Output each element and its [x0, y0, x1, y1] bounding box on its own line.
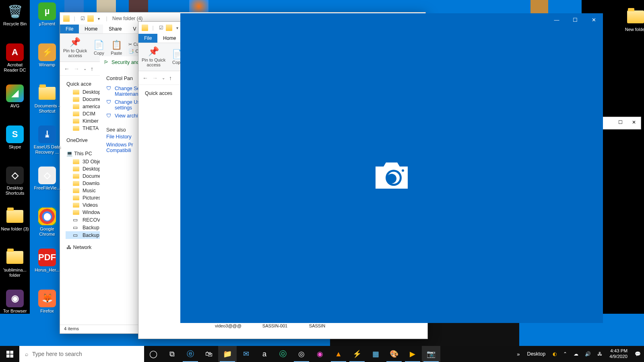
app-icon: ⤓: [38, 125, 56, 143]
nav-back-icon[interactable]: ←: [142, 75, 148, 81]
nav-fwd-icon[interactable]: →: [152, 75, 158, 81]
svg-rect-5: [10, 351, 13, 354]
edge-icon[interactable]: ⓔ: [181, 346, 200, 362]
pin-button[interactable]: 📌Pin to Quick access: [63, 37, 87, 58]
paint-icon[interactable]: 🎨: [385, 346, 403, 362]
tray-overflow-icon[interactable]: »: [514, 346, 523, 362]
network-icon[interactable]: 🖧: [594, 346, 605, 362]
folder-icon: [63, 15, 70, 22]
paste-button[interactable]: 📋Paste: [111, 40, 122, 56]
nav-recent-icon[interactable]: ⌄: [83, 66, 87, 71]
svg-rect-4: [6, 351, 10, 354]
onedrive-icon[interactable]: ☁: [570, 346, 582, 362]
tree-label: Desktop: [83, 166, 101, 172]
desktop-icon-label: Firefox: [33, 309, 61, 314]
tab-share[interactable]: Share: [103, 25, 127, 33]
volume-icon[interactable]: 🔊: [582, 346, 594, 362]
app-icon: [627, 8, 644, 26]
mail-icon[interactable]: ✉: [237, 346, 255, 362]
desktop-icon[interactable]: ◎Google Chrome: [33, 208, 61, 237]
desktop-icon[interactable]: PDFHorus_Her...: [33, 249, 61, 273]
search-icon: ⌕: [25, 351, 28, 357]
action-center-icon[interactable]: 💬: [632, 346, 644, 362]
desktop-toolbar[interactable]: Desktop: [523, 351, 549, 357]
desktop-icon[interactable]: 'sublimina... folder: [1, 249, 29, 278]
desktop-icon[interactable]: AAcrobat Reader DC: [1, 43, 29, 73]
amazon-icon[interactable]: a: [255, 346, 274, 362]
camera-titlebar[interactable]: — ☐ ✕: [180, 13, 603, 26]
chrome-icon[interactable]: ◎: [292, 346, 311, 362]
taskbar: ⌕ Type here to search ◯ ⧉ ⓔ 🛍 📁 ✉ a ⓞ ◎ …: [0, 346, 644, 362]
desktop-icon[interactable]: µµTorrent: [33, 2, 61, 27]
svg-point-3: [402, 169, 404, 172]
thumb[interactable]: [129, 0, 148, 13]
app2-icon[interactable]: ▦: [366, 346, 385, 362]
tab-home[interactable]: Home: [79, 25, 103, 33]
desktop-icon-label: AVG: [1, 103, 29, 109]
desktop-icon[interactable]: ◇FreeFileVie...: [33, 167, 61, 191]
folder-icon: [73, 167, 79, 171]
tree-label: Downloa: [83, 181, 102, 186]
copy-button[interactable]: 📄Copy: [93, 40, 104, 56]
clock[interactable]: 4:43 PM 4/9/2020: [605, 348, 632, 360]
app-icon[interactable]: ◉: [311, 346, 329, 362]
nav-up-icon[interactable]: ↑: [169, 75, 172, 81]
winamp-icon[interactable]: ⚡: [348, 346, 366, 362]
taskview-icon[interactable]: ⧉: [163, 346, 181, 362]
nav-up-icon[interactable]: ↑: [91, 66, 93, 72]
close-button[interactable]: ✕: [584, 13, 603, 26]
explorer-icon[interactable]: 📁: [218, 346, 237, 362]
nav-fwd-icon[interactable]: →: [74, 66, 79, 72]
qat-dropdown-icon[interactable]: ▾: [174, 25, 180, 31]
desktop[interactable]: | ☑ ▾ | New folder (4) File Home Share V…: [0, 0, 644, 362]
thumb[interactable]: [189, 0, 208, 13]
desktop-icon[interactable]: Documents - Shortcut: [33, 84, 61, 114]
search-input[interactable]: ⌕ Type here to search: [19, 346, 144, 362]
close-button[interactable]: ✕: [627, 117, 641, 128]
app-icon: PDF: [38, 249, 56, 266]
desktop-icon-label: Recycle Bin: [1, 21, 29, 27]
pin-button[interactable]: 📌Pin to Quick access: [142, 46, 165, 68]
app-icon: ◢: [6, 84, 24, 102]
desktop-icon[interactable]: New folder: [621, 8, 644, 32]
start-button[interactable]: [0, 346, 19, 362]
movies-icon[interactable]: ▶: [403, 346, 422, 362]
desktop-icon[interactable]: ⚡Winamp: [33, 43, 61, 68]
qat-dropdown-icon[interactable]: ▾: [95, 15, 102, 22]
tray-chevron-icon[interactable]: ⌃: [560, 346, 570, 362]
tray-app-icon[interactable]: ◐: [549, 346, 560, 362]
tab-home[interactable]: Home: [157, 34, 182, 43]
desktop-icon[interactable]: ◉Tor Browser: [1, 290, 29, 314]
desktop-icon[interactable]: New folder (3): [1, 208, 29, 232]
camera-app-window[interactable]: — ☐ ✕: [180, 13, 603, 323]
folder-icon: [73, 174, 79, 179]
nav-recent-icon[interactable]: ⌄: [162, 76, 165, 80]
desktop-icon[interactable]: SSkype: [1, 125, 29, 150]
desktop-icon-label: New folder (3): [1, 226, 29, 232]
minimize-button[interactable]: —: [547, 13, 566, 26]
tab-file[interactable]: File: [138, 34, 157, 43]
store-icon[interactable]: 🛍: [200, 346, 218, 362]
app-icon: S: [6, 125, 24, 143]
folder-icon: [73, 188, 79, 193]
thumb[interactable]: [97, 0, 116, 13]
desktop-icon[interactable]: ◢AVG: [1, 84, 29, 109]
maximize-button[interactable]: ☐: [613, 117, 627, 128]
tab-file[interactable]: File: [60, 25, 79, 33]
thumb[interactable]: [64, 0, 84, 13]
desktop-icon[interactable]: ◇Desktop Shortcuts: [1, 167, 29, 196]
maximize-button[interactable]: ☐: [566, 13, 584, 26]
tripadvisor-icon[interactable]: ⓞ: [274, 346, 292, 362]
app-icon: A: [6, 43, 24, 61]
stub-window[interactable]: ☐ ✕: [601, 117, 641, 130]
cortana-icon[interactable]: ◯: [144, 346, 163, 362]
camera-taskbar-icon[interactable]: 📷: [422, 346, 440, 362]
desktop-icon[interactable]: 🦊Firefox: [33, 290, 61, 314]
desktop-icon-label: FreeFileVie...: [33, 185, 61, 191]
checkbox-icon[interactable]: ☑: [158, 25, 164, 31]
checkbox-icon[interactable]: ☑: [79, 15, 86, 22]
desktop-icon[interactable]: 🗑️Recycle Bin: [1, 2, 29, 27]
nav-back-icon[interactable]: ←: [64, 66, 70, 72]
vlc-icon[interactable]: ▲: [329, 346, 348, 362]
desktop-icon[interactable]: ⤓EaseUS Data Recovery ...: [33, 125, 61, 155]
